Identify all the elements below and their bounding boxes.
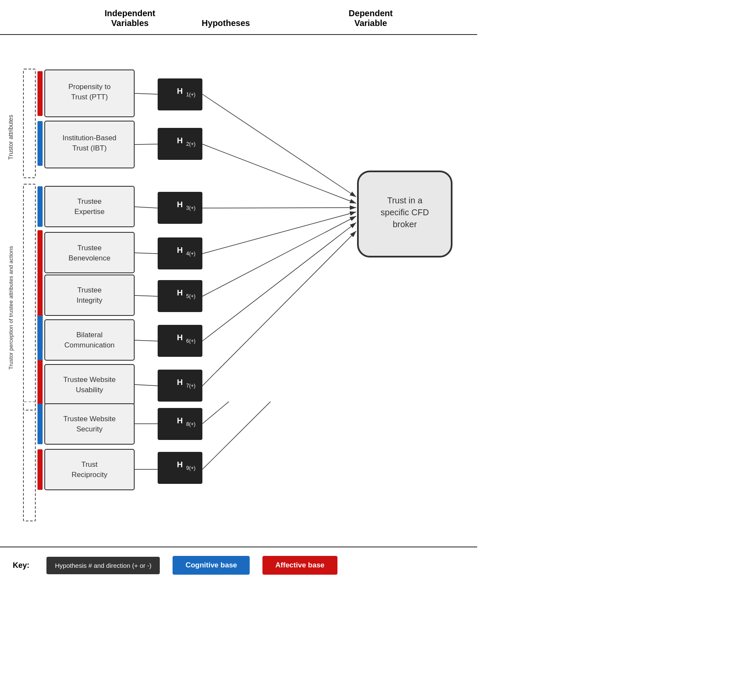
svg-line-64 [202,94,356,197]
svg-text:Trust (IBT): Trust (IBT) [72,144,107,152]
svg-text:Bilateral: Bilateral [76,331,102,339]
svg-text:Communication: Communication [64,341,115,349]
svg-rect-85 [45,449,134,490]
svg-text:Institution-Based: Institution-Based [63,134,117,142]
svg-text:4(+): 4(+) [186,251,196,257]
svg-text:Trustee: Trustee [77,286,101,294]
svg-rect-4 [37,71,43,116]
svg-text:specific CFD: specific CFD [380,208,429,217]
header-dependent: DependentVariable [264,9,477,30]
svg-line-69 [202,223,356,341]
key-section: Key: Hypothesis # and direction (+ or -)… [0,547,477,583]
svg-rect-82 [45,404,134,444]
svg-line-68 [202,216,356,296]
svg-text:H: H [177,288,183,297]
svg-line-65 [202,144,356,203]
key-affective-box: Affective base [262,556,337,575]
svg-text:H: H [177,200,183,209]
svg-text:H: H [177,460,183,469]
svg-text:Propensity to: Propensity to [68,83,110,91]
svg-line-76 [134,340,158,341]
svg-rect-24 [45,275,134,315]
svg-rect-37 [37,364,43,405]
svg-rect-80 [37,404,43,444]
svg-text:H: H [177,136,183,145]
header-independent: IndependentVariables [72,9,187,30]
svg-text:H: H [177,416,183,425]
diagram-lower-svg: Trustee Website Security Trust Reciproci… [0,402,477,538]
svg-text:1(+): 1(+) [186,92,196,98]
svg-text:7(+): 7(+) [186,383,196,389]
svg-rect-2 [23,69,35,178]
svg-line-72 [134,144,158,145]
diagram-container: IndependentVariables Hypotheses Dependen… [0,0,477,583]
main-diagram-svg: Trustor attributes Trustor perception of… [0,43,477,427]
svg-text:H: H [177,378,183,387]
svg-line-96 [202,402,356,424]
svg-line-71 [134,93,158,94]
svg-line-67 [202,212,356,254]
svg-line-73 [134,207,158,208]
svg-rect-81 [37,449,43,490]
key-hypothesis-box: Hypothesis # and direction (+ or -) [46,557,160,574]
svg-rect-27 [45,320,134,360]
svg-rect-5 [37,121,43,166]
svg-text:2(+): 2(+) [186,141,196,147]
svg-text:Trust in a: Trust in a [387,196,423,205]
svg-text:Trust (PTT): Trust (PTT) [71,93,108,101]
svg-line-97 [202,402,356,469]
svg-text:6(+): 6(+) [186,338,196,344]
svg-line-70 [202,231,356,386]
svg-rect-34 [37,232,43,273]
svg-text:3(+): 3(+) [186,205,196,211]
svg-text:H: H [177,333,183,342]
key-cognitive-box: Cognitive base [173,556,250,575]
svg-rect-3 [23,184,35,410]
svg-rect-35 [37,275,43,315]
svg-rect-36 [37,320,43,360]
svg-text:H: H [177,87,183,95]
svg-text:Trustee Website: Trustee Website [63,376,116,384]
svg-text:Integrity: Integrity [77,296,103,304]
svg-text:Benevolence: Benevolence [69,254,110,262]
svg-text:9(+): 9(+) [186,465,196,471]
svg-text:Trustor attributes: Trustor attributes [7,115,14,159]
svg-rect-18 [45,186,134,227]
svg-text:Expertise: Expertise [75,208,105,216]
svg-line-75 [134,295,158,296]
key-label: Key: [13,561,29,570]
svg-text:Trust: Trust [81,460,98,469]
svg-text:Usability: Usability [76,386,104,394]
svg-text:broker: broker [393,220,417,229]
svg-text:Trustee: Trustee [77,197,101,205]
header-row: IndependentVariables Hypotheses Dependen… [0,9,477,35]
svg-rect-79 [23,402,35,521]
svg-text:5(+): 5(+) [186,293,196,299]
svg-text:Reciprocity: Reciprocity [72,471,108,479]
svg-line-66 [202,208,356,208]
svg-text:Trustee Website: Trustee Website [63,415,116,423]
svg-rect-33 [37,186,43,227]
svg-text:Trustee: Trustee [77,244,101,252]
svg-text:H: H [177,246,183,255]
svg-text:Security: Security [76,425,103,433]
svg-text:8(+): 8(+) [186,421,196,427]
svg-line-74 [134,253,158,254]
svg-line-77 [134,385,158,386]
header-hypotheses: Hypotheses [187,18,264,30]
svg-rect-21 [45,232,134,273]
svg-rect-30 [45,364,134,405]
svg-text:Trustor perception of trustee : Trustor perception of trustee attributes… [8,246,14,370]
